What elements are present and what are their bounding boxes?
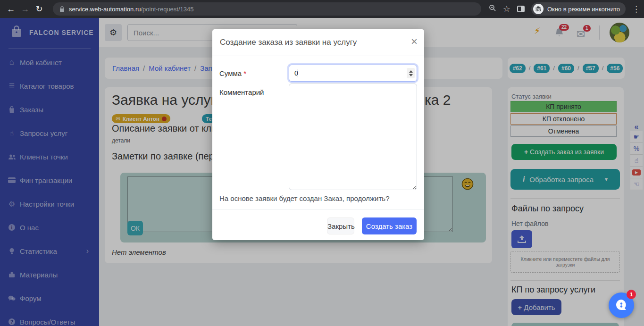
browser-menu-icon[interactable]: ⋮ <box>632 4 640 14</box>
app-window: ← → ↻ service.web-automation.ru/point-re… <box>0 0 644 326</box>
number-spinner[interactable] <box>407 68 415 78</box>
incognito-label: Окно в режиме инкогнито <box>547 6 620 13</box>
amount-label: Сумма * <box>219 69 246 77</box>
create-order-button[interactable]: Создать заказ <box>362 217 417 234</box>
lock-icon <box>59 6 65 12</box>
spinner-up-icon[interactable] <box>409 70 413 73</box>
chat-bubble-icon <box>614 298 628 312</box>
cancel-button[interactable]: Закрыть <box>327 217 354 234</box>
create-order-modal: Создание заказа из заявки на услугу × Су… <box>212 29 424 240</box>
reload-icon[interactable]: ↻ <box>32 4 46 14</box>
forward-icon[interactable]: → <box>18 4 32 14</box>
find-icon[interactable] <box>489 4 496 14</box>
comment-textarea[interactable] <box>289 84 417 190</box>
comment-label: Комментарий <box>219 88 264 96</box>
back-icon[interactable]: ← <box>4 4 18 14</box>
address-bar[interactable]: service.web-automation.ru/point-request/… <box>53 2 481 16</box>
incognito-badge: Окно в режиме инкогнито <box>531 2 626 16</box>
browser-toolbar: ← → ↻ service.web-automation.ru/point-re… <box>0 0 644 18</box>
chat-widget-button[interactable]: 1 <box>609 293 634 318</box>
modal-footer: Закрыть Создать заказ <box>212 209 424 240</box>
incognito-icon <box>533 4 544 14</box>
text-caret <box>298 69 298 77</box>
spinner-down-icon[interactable] <box>409 74 413 76</box>
bookmark-star-icon[interactable]: ☆ <box>503 4 510 14</box>
url-host: service.web-automation.ru <box>69 6 141 13</box>
required-mark: * <box>243 69 246 77</box>
amount-input[interactable] <box>289 65 417 82</box>
modal-header: Создание заказа из заявки на услугу × <box>212 29 424 56</box>
close-icon[interactable]: × <box>411 36 418 47</box>
amount-field-wrap <box>289 65 417 82</box>
confirm-question: На основе заявки будет создан Заказ, про… <box>219 194 390 202</box>
modal-title: Создание заказа из заявки на услугу <box>220 38 357 47</box>
chat-unread-badge: 1 <box>627 290 636 299</box>
side-panel-icon[interactable] <box>517 6 525 12</box>
url-path: /point-request/1345 <box>141 6 193 13</box>
